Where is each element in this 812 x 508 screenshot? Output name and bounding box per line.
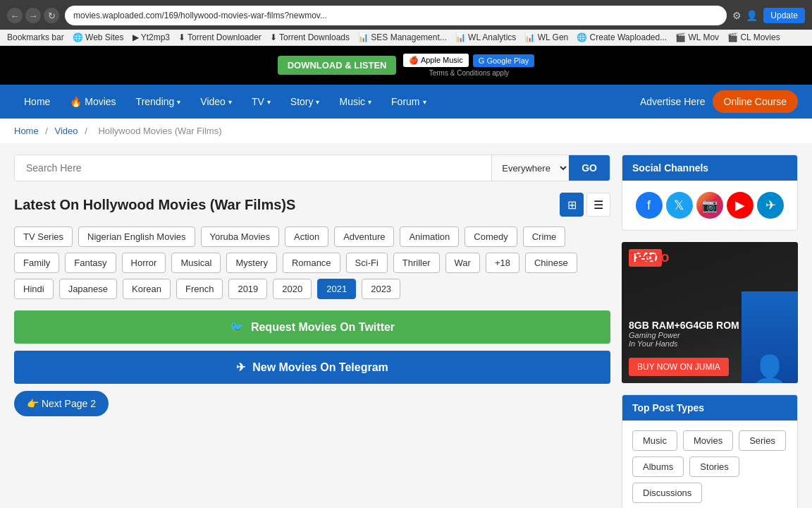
top-post-types-card: Top Post Types Music Movies Series Album… [622,394,798,508]
sidebar-ad[interactable]: Tecno P4D 8GB RAM+6G4GB ROM Gaming Power… [622,242,798,383]
nav-tv[interactable]: TV ▾ [242,85,281,119]
post-type-movies[interactable]: Movies [683,430,733,451]
bookmark-yt2mp3[interactable]: ▶ Yt2mp3 [133,32,170,42]
filter-nigerian-english[interactable]: Nigerian English Movies [78,226,195,247]
filter-musical[interactable]: Musical [171,253,221,273]
ad-text: 🍎 Apple Music G Google Play Terms & Cond… [403,54,534,77]
bookmark-wl-mov[interactable]: 🎬 WL Mov [675,32,719,42]
refresh-button[interactable]: ↻ [44,8,59,23]
forum-chevron: ▾ [423,98,426,106]
list-view-button[interactable]: ☰ [586,193,610,217]
nav-movies[interactable]: 🔥 Movies [60,85,125,119]
breadcrumb-home[interactable]: Home [14,126,39,136]
filter-2023[interactable]: 2023 [362,279,400,299]
post-type-albums[interactable]: Albums [632,456,684,477]
filter-18plus[interactable]: +18 [486,253,519,273]
filter-hindi[interactable]: Hindi [14,279,54,299]
filter-yoruba[interactable]: Yoruba Movies [201,226,280,247]
filter-2019[interactable]: 2019 [228,279,267,299]
instagram-icon[interactable]: 📷 [696,192,723,219]
ad-tecno-logo: Tecno [629,249,669,265]
nav-story[interactable]: Story ▾ [281,85,330,119]
nav-music[interactable]: Music ▾ [329,85,381,119]
facebook-icon[interactable]: f [636,192,663,219]
ad-buy-button[interactable]: BUY NOW ON JUMIA [629,358,729,376]
advertise-button[interactable]: Advertise Here [640,96,706,107]
nav-bar: Home 🔥 Movies Trending ▾ Video ▾ TV ▾ St… [0,85,812,119]
browser-nav-buttons: ← → ↻ [7,8,59,23]
url-text: movies.waploaded.com/169/hollywood-movie… [73,11,718,20]
filter-family[interactable]: Family [14,253,59,273]
filter-thriller[interactable]: Thriller [393,253,440,273]
view-toggles: ⊞ ☰ [560,193,610,217]
top-ad-bar: DOWNLOAD & LISTEN 🍎 Apple Music G Google… [0,46,812,85]
filter-animation[interactable]: Animation [400,226,459,247]
filter-war[interactable]: War [445,253,480,273]
filter-mystery[interactable]: Mystery [226,253,277,273]
nav-trending[interactable]: Trending ▾ [126,85,191,119]
filter-action[interactable]: Action [285,226,328,247]
filter-2021[interactable]: 2021 [317,279,356,299]
filter-comedy[interactable]: Comedy [465,226,517,247]
story-chevron: ▾ [316,98,319,106]
post-type-music[interactable]: Music [632,430,677,451]
youtube-icon[interactable]: ▶ [727,192,753,219]
filter-french[interactable]: French [176,279,223,299]
filter-japanese[interactable]: Japanese [59,279,117,299]
filter-adventure[interactable]: Adventure [334,226,394,247]
telegram-icon[interactable]: ✈ [757,192,784,219]
bookmark-torrent-downloader[interactable]: ⬇ Torrent Downloader [178,32,262,42]
next-page-button[interactable]: 👉 Next Page 2 [14,391,109,416]
post-type-discussions[interactable]: Discussions [632,483,702,503]
bookmark-cl-movies[interactable]: 🎬 CL Movies [727,32,780,42]
twitter-label: Request Movies On Twitter [251,321,395,334]
filter-korean[interactable]: Korean [123,279,171,299]
ad-content[interactable]: DOWNLOAD & LISTEN 🍎 Apple Music G Google… [278,54,535,77]
forward-button[interactable]: → [25,8,41,23]
breadcrumb-current: Hollywood Movies (War Films) [98,126,221,136]
post-type-stories[interactable]: Stories [689,456,739,477]
profile-icon[interactable]: 👤 [746,10,758,21]
request-twitter-button[interactable]: 🐦 Request Movies On Twitter [14,310,610,344]
twitter-icon: 🐦 [230,320,244,334]
filter-tags: TV Series Nigerian English Movies Yoruba… [14,226,610,299]
bookmark-wl-analytics[interactable]: 📊 WL Analytics [455,32,517,42]
filter-2020[interactable]: 2020 [273,279,312,299]
telegram-icon: ✈ [236,361,245,374]
main-layout: Everywhere GO Latest On Hollywood Movies… [0,143,812,508]
title-row: Latest On Hollywood Movies (War Films)S … [14,193,610,217]
filter-sci-fi[interactable]: Sci-Fi [346,253,388,273]
twitter-icon[interactable]: 𝕏 [666,192,693,219]
grid-view-button[interactable]: ⊞ [560,193,584,217]
bookmark-create-waploaded[interactable]: 🌐 Create Waploaded... [577,32,667,42]
post-type-tags: Music Movies Series Albums Stories Discu… [622,421,797,508]
filter-fantasy[interactable]: Fantasy [65,253,116,273]
extensions-icon[interactable]: ⚙ [732,10,742,21]
post-type-series[interactable]: Series [739,430,786,451]
nav-home[interactable]: Home [14,85,60,119]
search-input[interactable] [15,155,491,181]
address-bar[interactable]: movies.waploaded.com/169/hollywood-movie… [65,6,727,25]
breadcrumb-video[interactable]: Video [55,126,78,136]
back-button[interactable]: ← [7,8,23,23]
browser-chrome: ← → ↻ movies.waploaded.com/169/hollywood… [0,0,812,30]
filter-chinese[interactable]: Chinese [525,253,577,273]
search-go-button[interactable]: GO [569,155,610,181]
bookmark-torrent-downloads[interactable]: ⬇ Torrent Downloads [270,32,350,42]
bookmark-web-sites[interactable]: 🌐 Web Sites [73,32,124,42]
filter-crime[interactable]: Crime [523,226,566,247]
video-chevron: ▾ [228,98,232,106]
bookmark-wl-gen[interactable]: 📊 WL Gen [524,32,568,42]
online-course-button[interactable]: Online Course [713,90,799,113]
search-location-select[interactable]: Everywhere [491,155,569,181]
ad-specs: 8GB RAM+6G4GB ROM Gaming PowerIn Your Ha… [629,320,739,348]
bookmark-ses[interactable]: 📊 SES Management... [358,32,447,42]
update-button[interactable]: Update [763,8,805,23]
nav-forum[interactable]: Forum ▾ [381,85,436,119]
filter-horror[interactable]: Horror [122,253,166,273]
filter-tv-series[interactable]: TV Series [14,226,73,247]
new-telegram-button[interactable]: ✈ New Movies On Telegram [14,351,610,384]
main-content: Everywhere GO Latest On Hollywood Movies… [14,155,610,508]
nav-video[interactable]: Video ▾ [190,85,242,119]
filter-romance[interactable]: Romance [283,253,340,273]
